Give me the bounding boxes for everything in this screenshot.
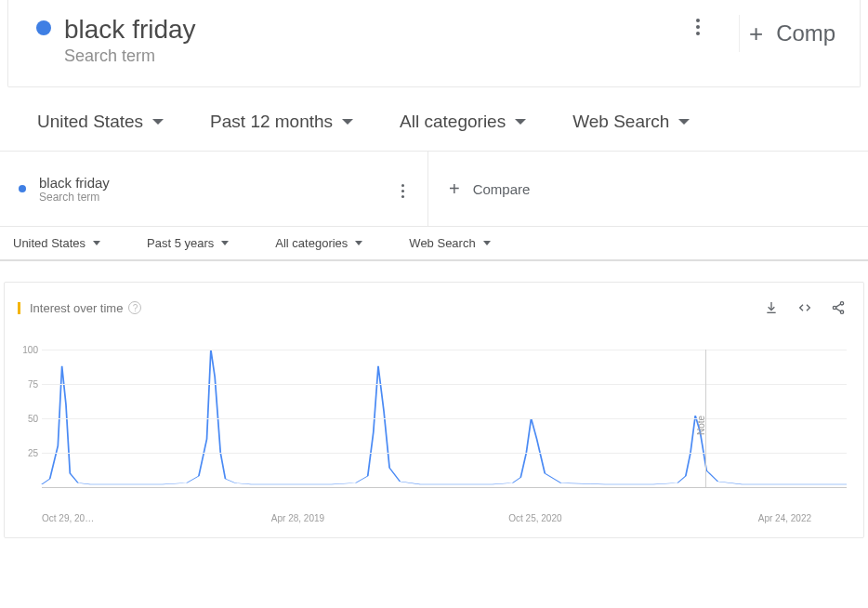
add-compare-button[interactable]: + Comp <box>739 15 841 52</box>
filter-time-label: Past 12 months <box>210 112 333 132</box>
panel-title: Interest over time ? <box>18 301 141 315</box>
filter-region-label: United States <box>37 112 143 132</box>
y-tick: 100 <box>22 345 38 355</box>
interest-over-time-panel: Interest over time ? 255075100 Note Oct … <box>4 282 864 538</box>
chevron-down-icon <box>93 241 100 245</box>
compare-label: Comp <box>776 20 835 46</box>
term-color-dot <box>36 20 51 35</box>
filter-time[interactable]: Past 5 years <box>147 236 229 250</box>
chart-line <box>42 350 847 509</box>
term-color-dot <box>19 185 26 192</box>
chart-area: 255075100 Note Oct 29, 20…Apr 28, 2019Oc… <box>18 350 850 535</box>
term-type: Search term <box>39 191 394 204</box>
filter-category[interactable]: All categories <box>275 236 362 250</box>
note-label: Note <box>696 416 706 435</box>
chevron-down-icon <box>515 119 526 125</box>
filter-time[interactable]: Past 12 months <box>210 112 353 132</box>
filter-search-type[interactable]: Web Search <box>572 112 690 132</box>
filter-region-label: United States <box>13 236 85 250</box>
kebab-icon <box>696 19 700 22</box>
filter-search-type-label: Web Search <box>409 236 475 250</box>
y-tick: 75 <box>28 379 38 390</box>
term-info[interactable]: black friday Search term <box>64 15 657 66</box>
term-name: black friday <box>64 15 657 45</box>
plus-icon: + <box>749 21 763 46</box>
x-tick: Oct 29, 20… <box>42 513 94 523</box>
x-axis: Oct 29, 20…Apr 28, 2019Oct 25, 2020Apr 2… <box>42 513 847 526</box>
x-tick: Apr 24, 2022 <box>758 513 811 523</box>
plus-icon: + <box>449 179 460 198</box>
term-menu-button[interactable] <box>394 180 411 197</box>
term-type: Search term <box>64 46 657 66</box>
panel-header: Interest over time ? <box>5 283 863 324</box>
compare-label: Compare <box>473 181 531 197</box>
term-row-small: black friday Search term + Compare <box>0 152 868 226</box>
filter-time-label: Past 5 years <box>147 236 214 250</box>
grid-line <box>42 453 847 454</box>
chevron-down-icon <box>342 119 353 125</box>
y-tick: 25 <box>28 448 38 458</box>
chevron-down-icon <box>152 119 164 125</box>
chevron-down-icon <box>221 241 229 245</box>
plot[interactable]: Note <box>42 350 847 509</box>
x-tick: Oct 25, 2020 <box>508 513 561 523</box>
filter-search-type-label: Web Search <box>572 112 669 132</box>
panel-actions <box>763 299 847 316</box>
filter-category-label: All categories <box>400 112 506 132</box>
chevron-down-icon <box>483 241 491 245</box>
term-name: black friday <box>39 175 394 191</box>
panel-title-text: Interest over time <box>30 301 123 315</box>
x-tick: Apr 28, 2019 <box>271 513 324 523</box>
term-card-large: black friday Search term + Comp <box>7 0 861 87</box>
baseline <box>42 487 847 488</box>
grid-line <box>42 350 847 350</box>
term-card-small[interactable]: black friday Search term <box>0 158 427 220</box>
term-menu-button[interactable] <box>670 15 726 22</box>
y-axis: 255075100 <box>14 350 38 487</box>
kebab-icon <box>401 184 404 187</box>
filter-category-label: All categories <box>275 236 348 250</box>
y-tick: 50 <box>28 414 38 424</box>
grid-line <box>42 418 847 419</box>
filter-region[interactable]: United States <box>13 236 100 250</box>
filter-category[interactable]: All categories <box>400 112 526 132</box>
share-icon[interactable] <box>830 299 847 316</box>
filter-search-type[interactable]: Web Search <box>409 236 490 250</box>
grid-line <box>42 384 847 385</box>
download-icon[interactable] <box>763 299 780 316</box>
filter-bar-large: United States Past 12 months All categor… <box>0 87 868 151</box>
chevron-down-icon <box>678 119 690 125</box>
filter-bar-small: United States Past 5 years All categorie… <box>0 227 868 261</box>
filter-region[interactable]: United States <box>37 112 164 132</box>
add-compare-button[interactable]: + Compare <box>427 152 868 226</box>
help-icon[interactable]: ? <box>128 301 141 314</box>
embed-icon[interactable] <box>796 299 813 316</box>
chevron-down-icon <box>355 241 362 245</box>
